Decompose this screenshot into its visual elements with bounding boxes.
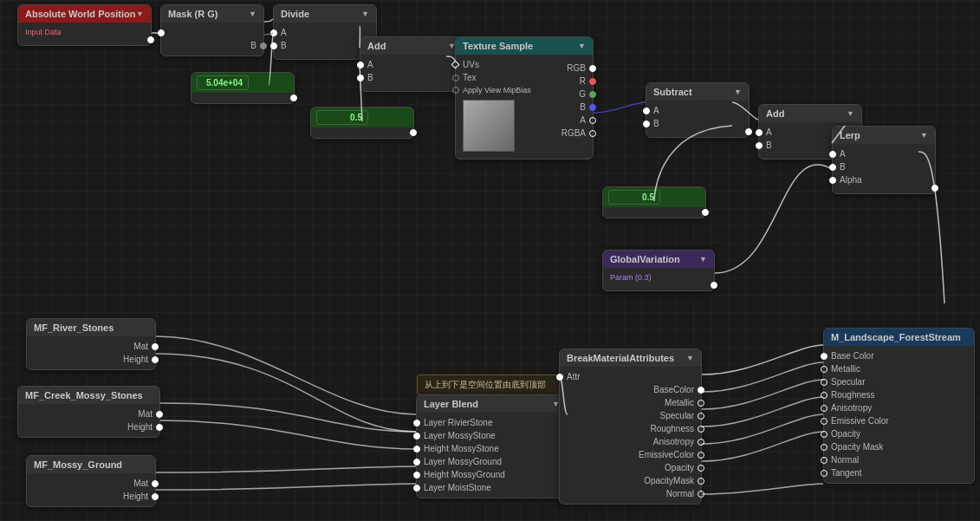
output-row-height: Height bbox=[27, 490, 155, 503]
node-header-mf-river[interactable]: MF_River_Stones bbox=[27, 319, 155, 336]
output-label-rgba: RGBA bbox=[561, 128, 586, 138]
node-header-divide[interactable]: Divide ▼ bbox=[274, 5, 376, 23]
node-add-1[interactable]: Add ▼ A B bbox=[360, 36, 464, 92]
input-label-basecolor: Base Color bbox=[831, 351, 873, 361]
node-collapse-arrow: ▼ bbox=[136, 10, 144, 18]
output-pin-basecolor bbox=[698, 387, 704, 394]
input-row-a: A bbox=[360, 58, 463, 71]
node-header-global-variation[interactable]: GlobalVariation ▼ bbox=[603, 251, 714, 268]
node-absolute-world-pos[interactable]: Absolute World Position ▼ Input Data bbox=[17, 4, 152, 46]
node-subtitle: Input Data bbox=[18, 26, 151, 38]
input-row-height-mossyground: Height MossyGround bbox=[417, 468, 567, 481]
output-row-basecolor: BaseColor bbox=[560, 383, 701, 396]
input-label-uvs: UVs bbox=[463, 60, 479, 69]
node-header-value[interactable]: 0.5 bbox=[311, 107, 413, 127]
output-row bbox=[191, 96, 294, 100]
input-row-layer-moist: Layer MoistStone bbox=[417, 481, 567, 494]
node-value-5e4[interactable]: 5.04e+04 bbox=[191, 72, 295, 104]
input-row-roughness: Roughness bbox=[824, 388, 974, 401]
output-label-basecolor: BaseColor bbox=[653, 385, 694, 394]
node-header-value[interactable]: 0.5 bbox=[603, 187, 705, 207]
input-row-layer-rivier: Layer RivierStone bbox=[417, 416, 567, 429]
output-label-a: A bbox=[580, 115, 586, 125]
output-pin-r bbox=[589, 78, 596, 85]
input-label-mipbias: Apply View MipBias bbox=[463, 86, 531, 94]
input-label-opacity: Opacity bbox=[831, 429, 860, 439]
input-label-a: A bbox=[281, 28, 287, 37]
node-mask-rg[interactable]: Mask (R G) ▼ B bbox=[160, 4, 264, 56]
input-label-opacitymask: Opacity Mask bbox=[831, 442, 884, 452]
input-row-a: A bbox=[646, 104, 749, 117]
node-break-material[interactable]: BreakMaterialAttributes ▼ Attr BaseColor… bbox=[559, 348, 702, 505]
node-mf-river-stones[interactable]: MF_River_Stones Mat Height bbox=[26, 318, 156, 370]
input-pin-b bbox=[270, 42, 277, 49]
input-row-attr: Attr bbox=[560, 370, 701, 383]
node-title: Mask (R G) bbox=[168, 9, 217, 19]
input-label-b: B bbox=[367, 73, 373, 82]
output-label-roughness: Roughness bbox=[650, 424, 694, 433]
node-m-landscape[interactable]: M_Landscape_ForestStream Base Color Meta… bbox=[823, 328, 975, 484]
input-row-a: A bbox=[833, 147, 935, 160]
node-header-m-landscape[interactable]: M_Landscape_ForestStream bbox=[824, 329, 974, 346]
texture-preview bbox=[463, 100, 515, 152]
input-pin-roughness bbox=[821, 392, 827, 399]
node-header-mask-rg[interactable]: Mask (R G) ▼ bbox=[161, 5, 263, 23]
node-texture-sample[interactable]: Texture Sample ▼ UVs Tex Apply View MipB… bbox=[455, 36, 594, 160]
node-header-absolute-world-pos[interactable]: Absolute World Position ▼ bbox=[18, 5, 151, 23]
output-label-specular: Specular bbox=[660, 411, 694, 420]
node-header-texture[interactable]: Texture Sample ▼ bbox=[456, 37, 593, 55]
output-pin-emissive bbox=[698, 452, 704, 459]
output-label-height: Height bbox=[123, 355, 148, 364]
output-row-mat: Mat bbox=[27, 477, 155, 490]
node-header-layer-blend[interactable]: Layer Blend ▼ bbox=[417, 395, 567, 413]
node-collapse-arrow: ▼ bbox=[578, 42, 586, 50]
node-collapse-arrow: ▼ bbox=[920, 131, 928, 140]
input-label-alpha: Alpha bbox=[840, 175, 862, 185]
node-mf-creek-mossy[interactable]: MF_Creek_Mossy_Stones Mat Height bbox=[17, 386, 160, 438]
node-title: Add bbox=[766, 108, 784, 119]
output-row-anisotropy: Anisotropy bbox=[560, 435, 701, 448]
node-header-subtract[interactable]: Subtract ▼ bbox=[646, 83, 749, 101]
node-value: 0.5 bbox=[608, 190, 660, 205]
input-pin-a bbox=[829, 151, 836, 158]
node-header-break-material[interactable]: BreakMaterialAttributes ▼ bbox=[560, 349, 701, 367]
node-collapse-arrow: ▼ bbox=[734, 88, 742, 96]
node-header-add2[interactable]: Add ▼ bbox=[759, 105, 861, 122]
output-pin-rgb bbox=[589, 65, 596, 72]
output-label-r: R bbox=[580, 76, 586, 86]
node-header-mf-mossy[interactable]: MF_Mossy_Ground bbox=[27, 456, 155, 473]
output-pin-normal bbox=[698, 491, 704, 498]
node-header-lerp[interactable]: Lerp ▼ bbox=[833, 127, 935, 144]
input-row-normal: Normal bbox=[824, 453, 974, 466]
input-label-specular: Specular bbox=[831, 377, 865, 387]
output-row bbox=[833, 186, 935, 190]
input-pin-specular bbox=[821, 379, 827, 386]
node-mf-mossy-ground[interactable]: MF_Mossy_Ground Mat Height bbox=[26, 455, 156, 507]
output-pin-metallic bbox=[698, 400, 704, 407]
node-header-mf-creek[interactable]: MF_Creek_Mossy_Stones bbox=[18, 387, 159, 404]
output-label-opacitymask: OpacityMask bbox=[644, 476, 694, 485]
input-label-a: A bbox=[840, 149, 846, 159]
output-pin-mat bbox=[152, 480, 159, 487]
output-pin-anisotropy bbox=[698, 439, 704, 446]
output-label-b: B bbox=[580, 102, 586, 112]
node-global-variation[interactable]: GlobalVariation ▼ Param (0.3) bbox=[602, 250, 715, 291]
input-label-normal: Normal bbox=[831, 455, 859, 465]
node-layer-blend[interactable]: Layer Blend ▼ Layer RivierStone Layer Mo… bbox=[416, 394, 568, 498]
input-label-tex: Tex bbox=[463, 73, 477, 82]
node-value-0-5-2[interactable]: 0.5 bbox=[602, 186, 706, 218]
output-pin-opacitymask bbox=[698, 478, 704, 485]
input-row-opacitymask: Opacity Mask bbox=[824, 440, 974, 453]
node-header-value[interactable]: 5.04e+04 bbox=[191, 73, 294, 93]
output-row-roughness: Roughness bbox=[560, 422, 701, 435]
input-row-opacity: Opacity bbox=[824, 427, 974, 440]
output-label-opacity: Opacity bbox=[665, 463, 694, 472]
node-lerp[interactable]: Lerp ▼ A B Alpha bbox=[832, 126, 936, 194]
input-row-b: B bbox=[360, 71, 463, 84]
node-value: 5.04e+04 bbox=[197, 75, 249, 90]
node-header-add1[interactable]: Add ▼ bbox=[360, 37, 463, 55]
node-subtract[interactable]: Subtract ▼ A B bbox=[646, 82, 750, 138]
node-collapse-arrow: ▼ bbox=[249, 10, 256, 18]
output-label-height: Height bbox=[123, 492, 148, 501]
node-value-0-5-1[interactable]: 0.5 bbox=[310, 107, 414, 139]
